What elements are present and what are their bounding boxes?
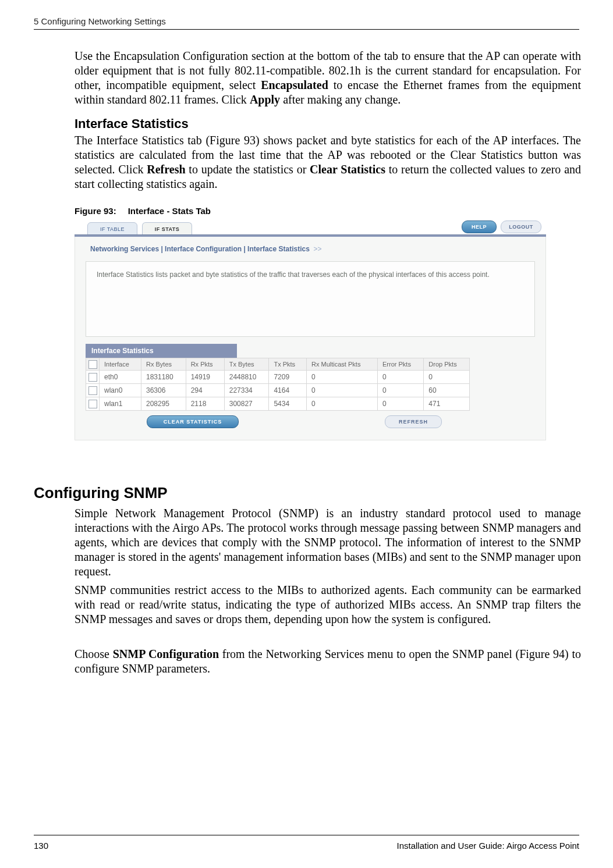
cell-error-pkts: 0: [378, 397, 424, 411]
bold-clear-statistics: Clear Statistics: [310, 163, 385, 176]
col-rx-multicast-pkts: Rx Multicast Pkts: [307, 358, 378, 371]
footer-rule: [34, 835, 579, 835]
col-tx-bytes: Tx Bytes: [224, 358, 269, 371]
cell-rx-pkts: 2118: [186, 397, 224, 411]
cell-rx-pkts: 294: [186, 384, 224, 397]
cell-rx-multicast: 0: [307, 397, 378, 411]
figure-number: Figure 93:: [75, 206, 116, 216]
col-error-pkts: Error Pkts: [378, 358, 424, 371]
bold-encapsulated: Encapsulated: [261, 79, 328, 91]
text: Choose: [75, 648, 113, 660]
button-row: CLEAR STATISTICS REFRESH: [86, 415, 470, 432]
figure-caption: Figure 93:Interface - Stats Tab: [75, 206, 211, 216]
section-header-interface-statistics: Interface Statistics: [86, 344, 237, 358]
cell-tx-bytes: 227334: [224, 384, 269, 397]
text: to update the statistics or: [186, 163, 310, 176]
page-footer: 130 Installation and User Guide: Airgo A…: [34, 841, 579, 851]
paragraph-snmp-choose: Choose SNMP Configuration from the Netwo…: [75, 647, 581, 676]
row-checkbox[interactable]: [88, 400, 97, 408]
cell-drop-pkts: 0: [424, 371, 470, 384]
page-header: 5 Configuring Networking Settings: [34, 16, 579, 26]
table-row: wlan1 208295 2118 300827 5434 0 0 471: [86, 397, 470, 411]
col-rx-pkts: Rx Pkts: [186, 358, 224, 371]
interface-statistics-table: Interface Rx Bytes Rx Pkts Tx Bytes Tx P…: [86, 358, 470, 411]
cell-rx-pkts: 14919: [186, 371, 224, 384]
cell-interface: eth0: [100, 371, 141, 384]
header-rule: [34, 29, 579, 30]
col-drop-pkts: Drop Pkts: [424, 358, 470, 371]
cell-tx-pkts: 5434: [269, 397, 307, 411]
breadcrumb: Networking Services | Interface Configur…: [75, 245, 545, 261]
cell-error-pkts: 0: [378, 371, 424, 384]
text: after making any change.: [280, 93, 401, 106]
intro-description: Interface Statistics lists packet and by…: [86, 261, 535, 337]
logout-button[interactable]: LOGOUT: [501, 220, 541, 233]
cell-tx-pkts: 4164: [269, 384, 307, 397]
refresh-button[interactable]: REFRESH: [385, 415, 442, 428]
cell-rx-bytes: 1831180: [141, 371, 186, 384]
figure-title: Interface - Stats Tab: [128, 206, 211, 216]
heading-interface-statistics: Interface Statistics: [75, 116, 189, 131]
table-row: eth0 1831180 14919 2448810 7209 0 0 0: [86, 371, 470, 384]
col-tx-pkts: Tx Pkts: [269, 358, 307, 371]
cell-rx-bytes: 208295: [141, 397, 186, 411]
page-number: 130: [34, 841, 48, 851]
row-checkbox-cell: [86, 397, 100, 411]
cell-rx-bytes: 36306: [141, 384, 186, 397]
cell-error-pkts: 0: [378, 384, 424, 397]
paragraph-encapsulation: Use the Encapsulation Configuration sect…: [75, 49, 581, 107]
row-checkbox-cell: [86, 384, 100, 397]
cell-tx-bytes: 2448810: [224, 371, 269, 384]
row-checkbox[interactable]: [88, 386, 97, 395]
select-all-checkbox[interactable]: [88, 360, 97, 369]
help-button[interactable]: HELP: [462, 220, 497, 233]
tab-content: Networking Services | Interface Configur…: [75, 237, 546, 440]
breadcrumb-text: Networking Services | Interface Configur…: [90, 245, 310, 253]
bold-refresh: Refresh: [147, 163, 185, 176]
cell-rx-multicast: 0: [307, 384, 378, 397]
cell-tx-pkts: 7209: [269, 371, 307, 384]
row-checkbox-cell: [86, 371, 100, 384]
select-all-checkbox-cell: [86, 358, 100, 371]
col-rx-bytes: Rx Bytes: [141, 358, 186, 371]
cell-tx-bytes: 300827: [224, 397, 269, 411]
cell-drop-pkts: 60: [424, 384, 470, 397]
bold-apply: Apply: [250, 93, 280, 106]
tab-if-stats[interactable]: IF STATS: [142, 222, 192, 235]
cell-interface: wlan0: [100, 384, 141, 397]
tab-if-table[interactable]: IF TABLE: [87, 222, 137, 235]
figure-interface-stats-tab: IF TABLE IF STATS HELP LOGOUT Networking…: [75, 218, 546, 465]
paragraph-snmp-intro: Simple Network Management Protocol (SNMP…: [75, 506, 581, 579]
clear-statistics-button[interactable]: CLEAR STATISTICS: [147, 415, 239, 428]
cell-interface: wlan1: [100, 397, 141, 411]
paragraph-snmp-communities: SNMP communities restrict access to the …: [75, 583, 581, 627]
footer-title: Installation and User Guide: Airgo Acces…: [396, 841, 579, 851]
col-interface: Interface: [100, 358, 141, 371]
paragraph-interface-stats: The Interface Statistics tab (Figure 93)…: [75, 133, 581, 191]
breadcrumb-arrows: >>: [314, 245, 322, 253]
tab-bar: IF TABLE IF STATS HELP LOGOUT: [75, 218, 546, 237]
row-checkbox[interactable]: [88, 373, 97, 382]
table-row: wlan0 36306 294 227334 4164 0 0 60: [86, 384, 470, 397]
cell-rx-multicast: 0: [307, 371, 378, 384]
heading-configuring-snmp: Configuring SNMP: [34, 484, 168, 502]
table-header-row: Interface Rx Bytes Rx Pkts Tx Bytes Tx P…: [86, 358, 470, 371]
cell-drop-pkts: 471: [424, 397, 470, 411]
bold-snmp-configuration: SNMP Configuration: [113, 648, 219, 660]
